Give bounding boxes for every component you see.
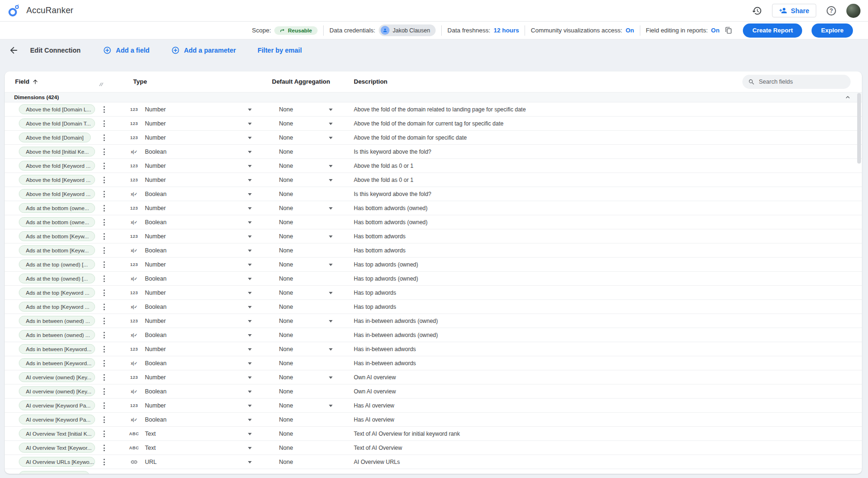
aggregation-dropdown-caret[interactable] <box>329 348 333 351</box>
aggregation-dropdown-caret[interactable] <box>329 109 333 111</box>
search-input[interactable] <box>759 78 845 85</box>
more-options-icon[interactable] <box>102 163 106 169</box>
scope-badge[interactable]: Reusable <box>274 26 318 35</box>
aggregation-dropdown-caret[interactable] <box>329 320 333 322</box>
more-options-icon[interactable] <box>102 388 106 395</box>
collapse-chevron-icon[interactable] <box>844 94 852 101</box>
field-pill[interactable]: AI Overview URLs [Keywo... <box>19 457 95 467</box>
aggregation-dropdown-caret[interactable] <box>329 292 333 294</box>
aggregation-dropdown-caret[interactable] <box>329 179 333 181</box>
type-dropdown-caret[interactable] <box>248 405 252 407</box>
type-dropdown-caret[interactable] <box>248 179 252 181</box>
field-pill[interactable]: Ads in between [Keyword... <box>19 358 95 368</box>
version-history-icon[interactable] <box>751 5 763 16</box>
field-pill[interactable]: AI Overview Text [Keywor... <box>19 443 95 453</box>
type-dropdown-caret[interactable] <box>248 320 252 322</box>
more-options-icon[interactable] <box>102 360 106 367</box>
field-pill[interactable]: Above the fold [Domain L... <box>19 104 95 114</box>
more-options-icon[interactable] <box>102 120 106 127</box>
vertical-scrollbar[interactable] <box>857 93 861 164</box>
type-dropdown-caret[interactable] <box>248 207 252 210</box>
more-options-icon[interactable] <box>102 290 106 296</box>
type-dropdown-caret[interactable] <box>248 334 252 337</box>
field-pill[interactable]: Above the fold [Initial Ke... <box>19 147 95 157</box>
aggregation-dropdown-caret[interactable] <box>329 123 333 125</box>
help-icon[interactable]: ? <box>826 5 837 16</box>
type-dropdown-caret[interactable] <box>248 376 252 379</box>
field-pill[interactable]: AI overview (owned) [Key... <box>19 372 95 382</box>
more-options-icon[interactable] <box>102 233 106 240</box>
credentials-badge[interactable]: Jakob Clausen <box>379 24 436 36</box>
explore-button[interactable]: Explore <box>812 24 853 38</box>
aggregation-dropdown-caret[interactable] <box>329 207 333 210</box>
type-dropdown-caret[interactable] <box>248 235 252 238</box>
more-options-icon[interactable] <box>102 219 106 226</box>
aggregation-dropdown-caret[interactable] <box>329 165 333 167</box>
dimensions-section-header[interactable]: Dimensions (424) <box>5 92 862 102</box>
aggregation-dropdown-caret[interactable] <box>329 376 333 379</box>
type-dropdown-caret[interactable] <box>248 221 252 224</box>
type-dropdown-caret[interactable] <box>248 109 252 111</box>
aggregation-dropdown-caret[interactable] <box>329 264 333 266</box>
more-options-icon[interactable] <box>102 205 106 212</box>
field-pill[interactable]: AI overview (owned) [Key... <box>19 386 95 396</box>
more-options-icon[interactable] <box>102 106 106 113</box>
field-pill[interactable]: Ads at the bottom [Keyw... <box>19 231 95 241</box>
aggregation-dropdown-caret[interactable] <box>329 405 333 407</box>
community-viz-value[interactable]: On <box>626 27 634 34</box>
more-options-icon[interactable] <box>102 318 106 324</box>
type-dropdown-caret[interactable] <box>248 137 252 139</box>
field-pill[interactable]: AI overview [Keyword Pa... <box>19 400 95 410</box>
more-options-icon[interactable] <box>102 247 106 254</box>
field-pill[interactable]: Above the fold [Keyword ... <box>19 189 95 199</box>
field-pill[interactable]: Ads at the top (owned) [... <box>19 274 95 283</box>
more-options-icon[interactable] <box>102 402 106 409</box>
type-dropdown-caret[interactable] <box>248 264 252 266</box>
edit-connection-link[interactable]: Edit Connection <box>30 47 80 54</box>
more-options-icon[interactable] <box>102 346 106 353</box>
create-report-button[interactable]: Create Report <box>743 24 802 38</box>
type-dropdown-caret[interactable] <box>248 250 252 252</box>
field-pill[interactable]: Ads at the bottom (owne... <box>19 203 95 213</box>
field-pill[interactable]: Above the fold [Domain T... <box>19 118 95 128</box>
avatar[interactable] <box>846 4 860 18</box>
more-options-icon[interactable] <box>102 177 106 183</box>
field-pill[interactable]: Above the fold [Keyword ... <box>19 161 95 171</box>
share-button[interactable]: Share <box>772 4 816 17</box>
field-pill[interactable]: Ads at the top [Keyword ... <box>19 302 95 312</box>
column-header-field[interactable]: Field <box>15 78 39 85</box>
type-dropdown-caret[interactable] <box>248 391 252 393</box>
more-options-icon[interactable] <box>102 261 106 268</box>
field-pill[interactable]: Above the fold [Domain] <box>19 133 91 142</box>
type-dropdown-caret[interactable] <box>248 433 252 435</box>
back-arrow-icon[interactable] <box>8 45 19 55</box>
type-dropdown-caret[interactable] <box>248 123 252 125</box>
type-dropdown-caret[interactable] <box>248 419 252 421</box>
add-field-button[interactable]: Add a field <box>103 46 150 55</box>
freshness-value[interactable]: 12 hours <box>494 27 519 34</box>
field-pill[interactable] <box>19 471 89 474</box>
add-parameter-button[interactable]: Add a parameter <box>171 46 236 55</box>
more-options-icon[interactable] <box>102 304 106 310</box>
more-options-icon[interactable] <box>102 445 106 451</box>
more-options-icon[interactable] <box>102 191 106 197</box>
field-pill[interactable]: AI overview [Keyword Pa... <box>19 415 95 424</box>
copy-icon[interactable] <box>725 26 733 34</box>
field-pill[interactable]: Ads at the bottom (owne... <box>19 217 95 227</box>
type-dropdown-caret[interactable] <box>248 292 252 294</box>
field-pill[interactable]: Ads in between (owned) ... <box>19 330 95 340</box>
field-pill[interactable]: Ads at the top (owned) [... <box>19 259 95 269</box>
type-dropdown-caret[interactable] <box>248 165 252 167</box>
type-dropdown-caret[interactable] <box>248 447 252 449</box>
field-pill[interactable]: Ads in between (owned) ... <box>19 316 95 326</box>
more-options-icon[interactable] <box>102 332 106 338</box>
type-dropdown-caret[interactable] <box>248 278 252 280</box>
field-editing-value[interactable]: On <box>711 27 719 34</box>
field-pill[interactable]: Ads at the top [Keyword ... <box>19 288 95 298</box>
type-dropdown-caret[interactable] <box>248 461 252 463</box>
type-dropdown-caret[interactable] <box>248 362 252 365</box>
search-fields-box[interactable] <box>742 75 851 89</box>
type-dropdown-caret[interactable] <box>248 306 252 308</box>
aggregation-dropdown-caret[interactable] <box>329 235 333 238</box>
more-options-icon[interactable] <box>102 416 106 423</box>
